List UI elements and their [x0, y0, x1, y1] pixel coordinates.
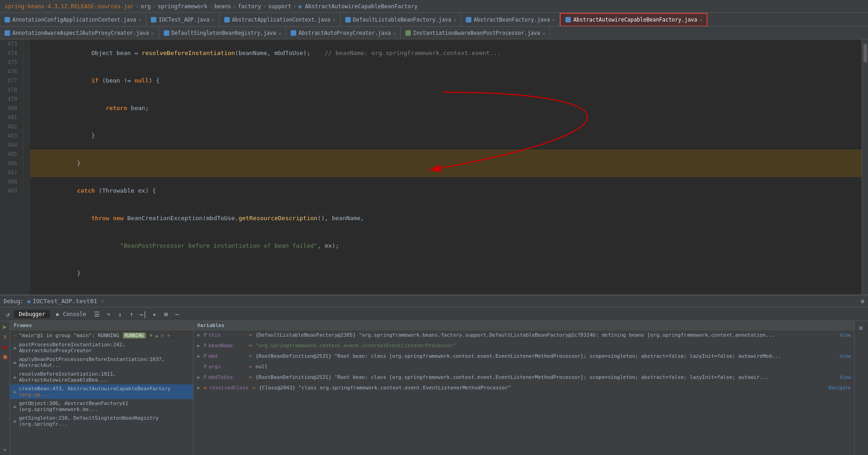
trace-button[interactable]: ⊞	[161, 309, 171, 319]
console-tab[interactable]: ▶ Console	[52, 310, 91, 318]
tab-ioctest[interactable]: IOCTest_AOP.java ✕	[146, 13, 220, 27]
breadcrumb-part[interactable]: org	[141, 3, 151, 10]
var-type-icon: P	[204, 331, 207, 339]
tab-close[interactable]: ✕	[333, 17, 336, 22]
settings-icon[interactable]: ⚙	[861, 298, 864, 305]
java-icon	[405, 30, 411, 36]
tab-abstract-bean-factory[interactable]: AbstractBeanFactory.java ✕	[461, 13, 560, 27]
expand-icon[interactable]: ▶	[197, 331, 202, 339]
code-row-475: 475	[0, 58, 30, 67]
tab-close[interactable]: ✕	[212, 17, 215, 22]
mute-icon[interactable]: 🔕	[1, 353, 9, 361]
expand-icon[interactable]: ▶	[197, 384, 202, 392]
frame-item[interactable]: ▶ applyBeanPostProcessorsBeforeInstantia…	[10, 355, 193, 370]
var-type-icon: P	[204, 363, 207, 371]
frames-header: Frames	[10, 321, 193, 330]
expand-icon[interactable]: ▼	[149, 333, 153, 338]
code-row-473: 473	[0, 39, 30, 49]
tab-close[interactable]: ✕	[151, 31, 154, 36]
tab-abstract-app[interactable]: AbstractApplicationContext.java ✕	[220, 13, 341, 27]
breadcrumb-part[interactable]: spring-beans-4.3.12.RELEASE-sources.jar	[5, 3, 134, 10]
code-line-475: return bean;	[30, 94, 862, 122]
var-resolvedclass[interactable]: ▶ ≡ resolvedClass = {Class@2043} "class …	[194, 383, 854, 394]
filter-icon[interactable]: ⊟	[161, 333, 164, 338]
tab-abstract-autoproxy[interactable]: AbstractAutoProxyCreator.java ✕	[286, 27, 401, 39]
view-link[interactable]: View	[840, 352, 851, 361]
code-row-478: 478	[0, 85, 30, 94]
more-button[interactable]: ⋯	[172, 309, 182, 319]
expand-icon[interactable]: ▶	[197, 373, 202, 382]
restart-button[interactable]: ↺	[3, 309, 13, 319]
breadcrumb-part[interactable]: springframework	[158, 3, 207, 10]
step-into-button[interactable]: ↓	[115, 309, 125, 319]
breadcrumb-part[interactable]: beans	[215, 3, 231, 10]
evaluate-button[interactable]: ✦	[149, 309, 160, 319]
step-out-button[interactable]: ↑	[127, 309, 137, 319]
tab-close[interactable]: ✕	[552, 17, 555, 22]
stop-icon[interactable]: ■	[1, 343, 9, 350]
pause-icon[interactable]: ⏸	[1, 333, 9, 340]
running-badge: RUNNING	[123, 333, 146, 338]
tab-annotation-aware[interactable]: AnnotationAwareAspectJAutoProxyCreator.j…	[0, 27, 159, 39]
tab-close[interactable]: ✕	[542, 31, 545, 36]
code-line-482	[30, 287, 862, 294]
debug-label: Debug:	[4, 298, 23, 305]
resume-icon[interactable]: ▶	[1, 323, 9, 330]
scrollbar-thumb[interactable]	[863, 44, 867, 62]
frame-item[interactable]: ▶ resolveBeforeInstantiation:1011, Abstr…	[10, 370, 193, 384]
tab-default-listable[interactable]: DefaultListableBeanFactory.java ✕	[341, 13, 462, 27]
tab-close[interactable]: ✕	[453, 17, 456, 22]
var-mbdtouse[interactable]: ▶ P mbdToUse = {RootBeanDefinition@2531}…	[194, 372, 854, 383]
up-icon[interactable]: ▲	[155, 333, 159, 338]
tab-close[interactable]: ✕	[138, 17, 141, 22]
view-link[interactable]: View	[840, 331, 851, 339]
code-row-481: 481	[0, 113, 30, 122]
tab-annotation-config[interactable]: AnnotationConfigApplicationContext.java …	[0, 13, 146, 27]
var-beanname[interactable]: ▶ P beanName = "org.springframework.cont…	[194, 341, 854, 351]
thread-item[interactable]: ✓ "main"@1 in group "main": RUNNING RUNN…	[10, 330, 193, 340]
java-icon	[345, 17, 351, 22]
add-icon[interactable]: +	[167, 332, 171, 339]
frame-item[interactable]: ▶ getObject:306, AbstractBeanFactory$1 (…	[10, 399, 193, 414]
debug-session[interactable]: IOCTest_AOP.test01	[33, 298, 97, 305]
breadcrumb-part[interactable]: support	[268, 3, 292, 10]
more-icon[interactable]: »	[1, 446, 9, 453]
view-link[interactable]: View	[840, 373, 851, 382]
code-row-480: 480	[0, 104, 30, 113]
tab-instantiation-aware[interactable]: InstantiationAwareBeanPostProcessor.java…	[401, 27, 550, 39]
debug-close[interactable]: ✕	[101, 298, 104, 304]
run-to-cursor-button[interactable]: →|	[138, 309, 148, 319]
frame-bullet: ▶	[14, 374, 17, 380]
tab-close[interactable]: ✕	[393, 31, 396, 36]
code-content[interactable]: Object bean = resolveBeforeInstantiation…	[30, 39, 862, 294]
code-line-478: catch (Throwable ex) {	[30, 177, 862, 205]
var-mbd[interactable]: ▶ P mbd = {RootBeanDefinition@2531} "Roo…	[194, 351, 854, 362]
scrollbar[interactable]	[862, 39, 868, 294]
debugger-tab[interactable]: Debugger	[14, 310, 50, 318]
frame-item-current[interactable]: ▶ createBean:473, AbstractAutowireCapabl…	[10, 384, 193, 399]
tab-close[interactable]: ✕	[699, 17, 702, 22]
navigate-link[interactable]: Navigate	[829, 384, 851, 392]
code-line-473: Object bean = resolveBeforeInstantiation…	[30, 39, 862, 67]
code-row-479: 479	[0, 94, 30, 104]
var-args[interactable]: P args = null	[194, 362, 854, 372]
breadcrumb-part[interactable]: ◉ AbstractAutowireCapableBeanFactory	[299, 3, 418, 10]
tab-default-singleton[interactable]: DefaultSingletonBeanRegistry.java ✕	[159, 27, 287, 39]
java-icon	[291, 30, 296, 36]
code-line-477: }	[30, 150, 862, 177]
expand-icon[interactable]: ▶	[197, 352, 202, 361]
code-line-479: throw new BeanCreationException(mbdToUse…	[30, 205, 862, 232]
step-over-button[interactable]: ↷	[104, 309, 114, 319]
expand-icon[interactable]: ▶	[197, 342, 202, 350]
code-row-484: 484	[0, 140, 30, 150]
show-frames-button[interactable]: ☰	[92, 309, 102, 319]
breadcrumb-part[interactable]: factory	[238, 3, 261, 10]
var-this[interactable]: ▶ P this = {DefaultListableBeanFactory@2…	[194, 330, 854, 341]
tab-abstract-autowire[interactable]: AbstractAutowireCapableBeanFactory.java …	[560, 13, 708, 27]
frame-bullet: ▶	[14, 345, 17, 351]
frame-item[interactable]: ▶ postProcessBeforeInstantiation:242, Ab…	[10, 340, 193, 355]
frame-item[interactable]: ▶ getSingleton:230, DefaultSingletonBean…	[10, 414, 193, 428]
java-icon	[466, 17, 471, 22]
tab-close[interactable]: ✕	[278, 31, 281, 36]
java-icon	[164, 30, 169, 36]
